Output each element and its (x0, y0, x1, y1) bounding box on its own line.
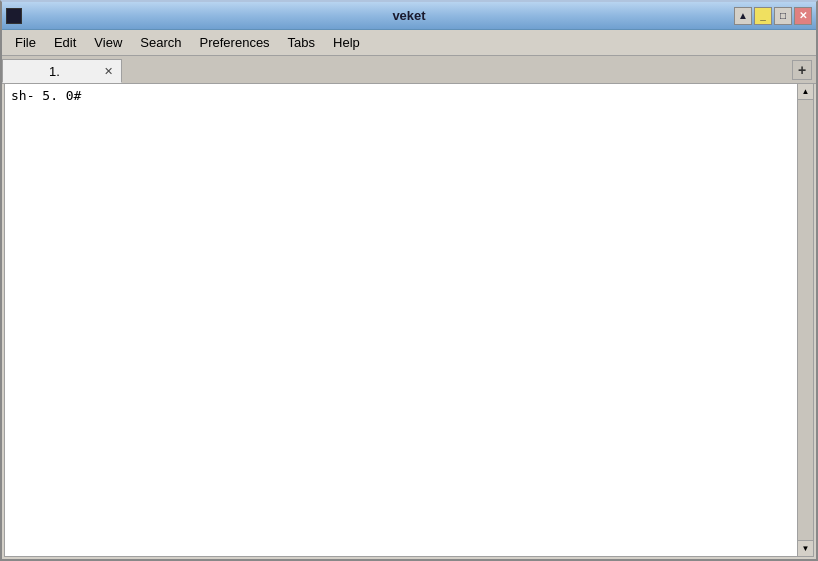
minimize-button[interactable]: _ (754, 7, 772, 25)
tab-1-label: 1. (11, 64, 98, 79)
tab-bar: 1. ✕ + (2, 56, 816, 84)
content-area[interactable]: sh- 5. 0# ▲ ▼ (4, 84, 814, 557)
terminal-icon (6, 8, 22, 24)
menu-preferences[interactable]: Preferences (191, 32, 279, 53)
scrollbar-up-button[interactable]: ▲ (798, 84, 814, 100)
arrow-up-button[interactable]: ▲ (734, 7, 752, 25)
title-buttons: ▲ _ □ ✕ (734, 7, 812, 25)
scrollbar-track[interactable] (798, 100, 814, 540)
menu-tabs[interactable]: Tabs (279, 32, 324, 53)
scrollbar: ▲ ▼ (797, 84, 813, 556)
tab-1[interactable]: 1. ✕ (2, 59, 122, 83)
menu-view[interactable]: View (85, 32, 131, 53)
menu-file[interactable]: File (6, 32, 45, 53)
tab-1-close-icon[interactable]: ✕ (104, 65, 113, 78)
new-tab-button[interactable]: + (792, 60, 812, 80)
maximize-button[interactable]: □ (774, 7, 792, 25)
menu-search[interactable]: Search (131, 32, 190, 53)
terminal-output: sh- 5. 0# (5, 84, 813, 107)
title-bar-left (6, 8, 22, 24)
menu-edit[interactable]: Edit (45, 32, 85, 53)
menu-bar: File Edit View Search Preferences Tabs H… (2, 30, 816, 56)
menu-help[interactable]: Help (324, 32, 369, 53)
main-window: veket ▲ _ □ ✕ File Edit View Search Pref… (0, 0, 818, 561)
scrollbar-down-button[interactable]: ▼ (798, 540, 814, 556)
close-button[interactable]: ✕ (794, 7, 812, 25)
window-title: veket (392, 8, 425, 23)
title-bar: veket ▲ _ □ ✕ (2, 2, 816, 30)
